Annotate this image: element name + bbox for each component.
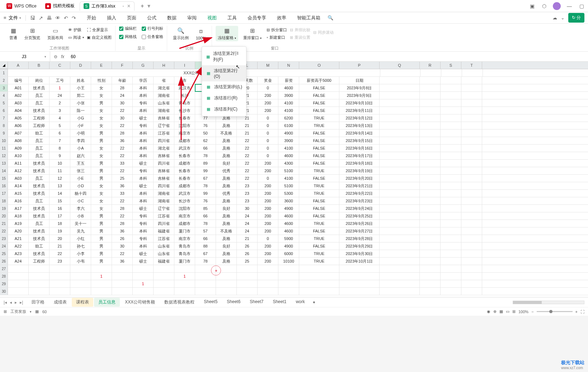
cell[interactable]: 25 [237, 258, 258, 265]
cell[interactable]: 山东省 [154, 99, 174, 107]
cell[interactable]: 男 [91, 99, 112, 107]
cell[interactable] [29, 288, 50, 295]
cell[interactable]: 长春市 [174, 167, 195, 174]
cell[interactable]: A23 [8, 250, 29, 257]
cell[interactable] [441, 160, 461, 167]
cell[interactable]: 编号 [8, 77, 29, 84]
cell[interactable] [420, 235, 441, 242]
cell[interactable]: 及格 [216, 258, 237, 265]
cell[interactable]: 男 [91, 220, 112, 227]
col-header-S[interactable]: S [441, 62, 461, 69]
col-header-G[interactable]: G [133, 62, 154, 69]
file-menu[interactable]: 文件▾ [9, 15, 21, 21]
cell[interactable]: 本科 [133, 145, 154, 152]
cell[interactable] [133, 265, 154, 272]
cell[interactable]: 及格 [216, 197, 237, 204]
cell[interactable]: 0 [258, 152, 278, 159]
cell[interactable]: 员工 [29, 137, 50, 144]
cell[interactable]: 12 [50, 175, 70, 182]
cell[interactable]: 女 [91, 107, 112, 114]
cell[interactable] [441, 288, 461, 295]
cell[interactable]: 员工 [29, 175, 50, 182]
cell[interactable] [441, 84, 461, 91]
fx-label[interactable]: fx [61, 54, 64, 59]
cell[interactable]: 24 [112, 92, 133, 99]
cell[interactable]: 16 [50, 205, 70, 212]
cell[interactable]: 21 [237, 130, 258, 137]
cell[interactable]: 硕士 [133, 258, 154, 265]
cell[interactable]: 及格 [216, 182, 237, 189]
cell[interactable]: 市 [174, 77, 195, 84]
cell[interactable]: 不及格 [216, 130, 237, 137]
cell[interactable]: 50 [195, 130, 216, 137]
cell[interactable]: 0 [258, 137, 278, 144]
cell[interactable]: A01 [8, 84, 29, 91]
cell[interactable]: 优秀 [216, 167, 237, 174]
cell[interactable]: 南京市 [174, 212, 195, 220]
cell[interactable]: A07 [8, 130, 29, 137]
cell[interactable]: 技术员 [29, 167, 50, 174]
cell[interactable]: 男 [91, 167, 112, 174]
cell[interactable] [420, 167, 441, 174]
cell[interactable]: 22 [112, 107, 133, 114]
cell[interactable] [380, 265, 420, 272]
cell[interactable] [70, 273, 91, 280]
cell[interactable]: 85 [195, 205, 216, 212]
cell[interactable] [461, 190, 482, 197]
cell[interactable] [380, 235, 420, 242]
cell[interactable]: 22 [112, 167, 133, 174]
row-header[interactable]: 9 [0, 130, 8, 137]
row-header[interactable]: 1 [0, 69, 8, 76]
cell[interactable]: 年龄 [112, 77, 133, 84]
cell[interactable]: 姓名 [70, 77, 91, 84]
cell[interactable] [8, 280, 29, 287]
cell[interactable]: 0 [258, 145, 278, 152]
cell[interactable]: 小张 [70, 99, 91, 107]
row-header[interactable]: 18 [0, 197, 8, 204]
row-header[interactable]: 16 [0, 182, 8, 189]
freeze-panes-button[interactable]: ▦冻结窗格 ▾ [216, 26, 238, 41]
cell[interactable]: FALSE [299, 145, 339, 152]
cell[interactable]: 小红 [70, 235, 91, 242]
cell[interactable]: 技术员 [29, 227, 50, 235]
cell[interactable]: 36 [112, 182, 133, 189]
cell[interactable]: 小李 [70, 250, 91, 257]
cell[interactable]: 女 [91, 182, 112, 189]
cell[interactable]: 及格 [216, 212, 237, 220]
cell[interactable] [441, 227, 461, 235]
cell[interactable] [461, 197, 482, 204]
preview-icon[interactable]: 👁 [55, 15, 60, 21]
menu-tab-3[interactable]: 公式 [147, 15, 156, 21]
cell[interactable] [380, 130, 420, 137]
cell[interactable]: 19 [50, 227, 70, 235]
cell[interactable] [461, 205, 482, 212]
cell[interactable]: 女 [91, 190, 112, 197]
cell[interactable] [258, 265, 278, 272]
cell[interactable] [380, 114, 420, 122]
cell[interactable]: 76 [195, 122, 216, 129]
cell[interactable]: 200 [258, 92, 278, 99]
cell[interactable]: 本科 [133, 197, 154, 204]
zoom-100-button[interactable]: ⧈100% [194, 27, 208, 41]
col-header-P[interactable]: P [339, 62, 380, 69]
cell[interactable]: FALSE [299, 160, 339, 167]
cell[interactable]: 2023年9月26日 [339, 220, 380, 227]
cell[interactable]: 23 [237, 182, 258, 189]
cell[interactable]: 厦门市 [174, 258, 195, 265]
cell[interactable] [195, 280, 216, 287]
cell[interactable]: 薪资高于5000 [299, 77, 339, 84]
cell[interactable]: 22 [237, 160, 258, 167]
cell[interactable]: A11 [8, 160, 29, 167]
sheet-tab[interactable]: 课程表 [72, 298, 93, 307]
cell[interactable]: 良好 [216, 205, 237, 212]
cell[interactable]: 23 [237, 190, 258, 197]
cell[interactable]: FALSE [299, 130, 339, 137]
cell[interactable]: 优秀 [216, 190, 237, 197]
cell[interactable]: 0 [258, 122, 278, 129]
page-layout-button[interactable]: ▭页面布局 [45, 26, 65, 41]
cell[interactable] [29, 273, 50, 280]
cell[interactable] [461, 242, 482, 250]
cell[interactable] [461, 137, 482, 144]
cell[interactable] [237, 265, 258, 272]
cell[interactable]: 10100 [278, 258, 299, 265]
